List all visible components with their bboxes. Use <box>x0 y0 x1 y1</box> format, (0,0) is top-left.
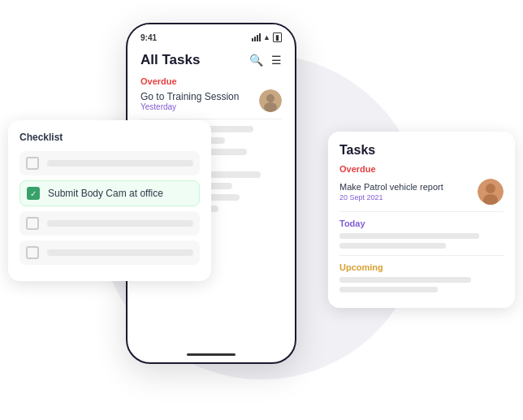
skeleton-item-1 <box>47 160 193 167</box>
search-icon[interactable]: 🔍 <box>249 54 263 67</box>
battery-icon: ▮ <box>273 32 282 42</box>
checklist-item-4[interactable] <box>19 240 200 265</box>
upcoming-skeleton-2 <box>339 287 438 292</box>
menu-icon[interactable]: ☰ <box>271 54 282 67</box>
checkbox-4[interactable] <box>26 246 39 259</box>
today-skeleton-2 <box>339 243 446 249</box>
checklist-item-1[interactable] <box>19 151 200 175</box>
tasks-overdue-item[interactable]: Make Patrol vehicle report 20 Sept 2021 <box>339 179 504 205</box>
tasks-today-label: Today <box>339 219 504 228</box>
tasks-upcoming-label: Upcoming <box>339 262 504 272</box>
phone-task-title: Go to Training Session <box>140 91 239 102</box>
phone-notch: 9:41 ▲ ▮ <box>128 24 295 42</box>
tasks-overdue-name: Make Patrol vehicle report <box>339 182 471 192</box>
tasks-card: Tasks Overdue Make Patrol vehicle report… <box>328 132 515 308</box>
scene: 9:41 ▲ ▮ All Tasks 🔍 ☰ <box>0 0 523 420</box>
checkbox-1[interactable] <box>26 157 39 170</box>
phone-task-avatar <box>259 89 282 112</box>
phone-task-date: Yesterday <box>140 102 239 111</box>
checkbox-2[interactable] <box>27 187 40 200</box>
home-indicator <box>187 353 236 356</box>
svg-point-1 <box>266 94 274 102</box>
today-skeleton-1 <box>339 233 479 239</box>
status-bar: 9:41 ▲ ▮ <box>140 32 282 42</box>
tasks-divider-1 <box>339 211 504 212</box>
tasks-overdue-label: Overdue <box>339 164 504 174</box>
signal-icon <box>252 33 261 41</box>
tasks-overdue-info: Make Patrol vehicle report 20 Sept 2021 <box>339 182 471 201</box>
checklist-card: Checklist Submit Body Cam at office <box>8 120 211 281</box>
checklist-title: Checklist <box>19 132 200 143</box>
wifi-icon: ▲ <box>263 33 270 41</box>
divider <box>140 119 282 119</box>
upcoming-skeleton-1 <box>339 277 471 283</box>
skeleton-item-4 <box>47 249 193 256</box>
tasks-overdue-date: 20 Sept 2021 <box>339 193 471 201</box>
svg-point-2 <box>264 102 277 112</box>
checklist-item-2[interactable]: Submit Body Cam at office <box>19 180 200 206</box>
checklist-item-2-text: Submit Body Cam at office <box>48 188 163 199</box>
status-time: 9:41 <box>140 33 157 42</box>
checklist-item-3[interactable] <box>19 211 200 236</box>
checkbox-3[interactable] <box>26 217 39 230</box>
status-icons: ▲ ▮ <box>252 32 282 42</box>
svg-point-4 <box>486 184 495 193</box>
phone-header: All Tasks 🔍 ☰ <box>128 49 295 76</box>
phone-title: All Tasks <box>140 52 200 68</box>
phone-task-item[interactable]: Go to Training Session Yesterday <box>140 89 282 112</box>
tasks-title: Tasks <box>339 143 504 158</box>
phone-action-icons: 🔍 ☰ <box>249 54 282 67</box>
tasks-avatar <box>478 179 504 205</box>
skeleton-item-3 <box>47 220 193 227</box>
tasks-divider-2 <box>339 255 504 256</box>
phone-overdue-label: Overdue <box>140 76 282 86</box>
